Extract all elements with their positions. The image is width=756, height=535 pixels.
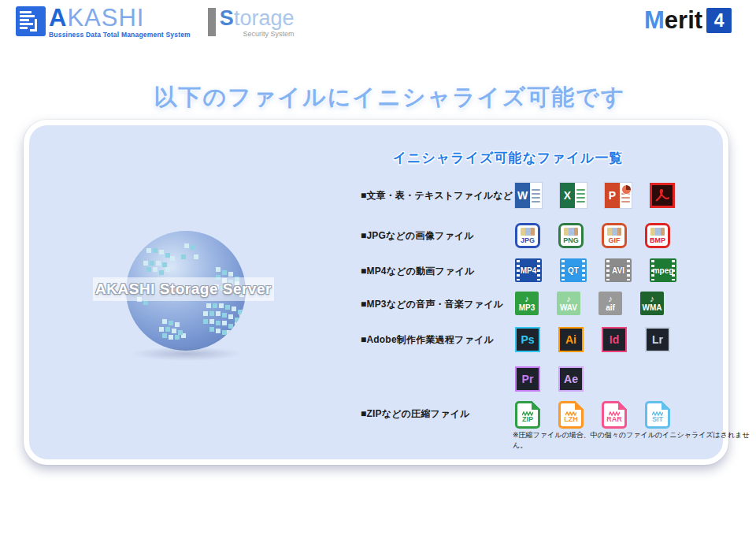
- file-row-label: ■文章・表・テキストファイルなど: [361, 183, 515, 209]
- storage-tagline: Security System: [220, 30, 295, 38]
- file-row-icons: ZIPLZHRARSIT: [515, 401, 670, 429]
- file-row: ■MP4などの動画ファイルMP4QTAVImpeg: [361, 258, 676, 284]
- file-row: ■Adobe制作作業過程ファイルPsAiIdLrPrAe: [361, 327, 677, 392]
- png-icon: PNG: [558, 223, 584, 248]
- wma-icon: ♪WMA: [640, 292, 664, 315]
- merit-rest: erit: [665, 6, 702, 35]
- mpeg-icon: mpeg: [650, 258, 676, 282]
- indesign-icon: Id: [602, 327, 627, 352]
- merit-number: 4: [706, 8, 732, 33]
- powerpoint-icon: P: [605, 183, 632, 208]
- file-row: ■MP3などの音声・音楽ファイル♪MP3♪WAV♪aif♪WMA: [361, 292, 664, 318]
- file-row-icons: MP4QTAVImpeg: [515, 258, 676, 282]
- globe-shadow: [131, 347, 243, 361]
- powerpoint-pie-glyph: [622, 185, 631, 194]
- aif-icon: ♪aif: [598, 292, 622, 315]
- page-title: 以下のファイルにイニシャライズ可能です: [12, 82, 756, 113]
- word-icon: W: [515, 183, 542, 208]
- gif-icon: GIF: [602, 223, 627, 248]
- music-note-icon: ♪: [650, 295, 654, 303]
- file-row-icons: JPGPNGGIFBMP: [515, 223, 670, 248]
- file-row-label: ■ZIPなどの圧縮ファイル: [361, 401, 515, 427]
- premiere-icon: Pr: [515, 366, 540, 392]
- mp4-icon: MP4: [515, 258, 542, 282]
- page: AKASHI Bussiness Data Total Management S…: [0, 0, 756, 535]
- music-note-icon: ♪: [524, 295, 529, 303]
- akashi-logo-icon: [16, 6, 46, 39]
- akashi-brand: AKASHI: [49, 6, 191, 30]
- file-row: ■JPGなどの画像ファイルJPGPNGGIFBMP: [361, 223, 670, 249]
- server-banner: AKASHI Storage Server: [93, 277, 274, 301]
- gif-thumbnail-glyph: [607, 228, 621, 236]
- qt-icon: QT: [560, 258, 587, 282]
- aftereffects-icon: Ae: [558, 366, 584, 392]
- lzh-fold-corner: [575, 401, 584, 410]
- wav-icon: ♪WAV: [557, 292, 580, 315]
- lightroom-icon: Lr: [645, 327, 670, 352]
- jpg-thumbnail-glyph: [521, 228, 535, 236]
- akashi-logo: AKASHI Bussiness Data Total Management S…: [16, 6, 191, 39]
- file-row-label: ■Adobe制作作業過程ファイル: [361, 327, 515, 353]
- file-row-label: ■JPGなどの画像ファイル: [361, 223, 515, 249]
- header-logos: AKASHI Bussiness Data Total Management S…: [16, 6, 294, 39]
- png-thumbnail-glyph: [564, 228, 578, 236]
- jpg-icon: JPG: [515, 223, 540, 248]
- storage-brand: Storage: [220, 8, 295, 28]
- sit-fold-corner: [662, 401, 670, 410]
- zip-fold-corner: [532, 401, 540, 410]
- file-row-icons: WXP: [515, 183, 675, 208]
- bmp-icon: BMP: [645, 223, 670, 248]
- illustrator-icon: Ai: [558, 327, 584, 352]
- file-list-title: イニシャライズ可能なファイル一覧: [378, 149, 638, 167]
- file-row: ■ZIPなどの圧縮ファイルZIPLZHRARSIT: [361, 401, 670, 429]
- mp3-icon: ♪MP3: [515, 292, 539, 315]
- akashi-tagline: Bussiness Data Total Management System: [49, 31, 191, 39]
- sit-icon: SIT: [645, 401, 670, 429]
- archive-note: ※圧縮ファイルの場合、中の個々のファイルのイニシャライズはされません。: [513, 430, 756, 451]
- avi-icon: AVI: [605, 258, 632, 282]
- music-note-icon: ♪: [566, 295, 571, 303]
- server-label: AKASHI Storage Server: [95, 281, 272, 298]
- excel-icon: X: [560, 183, 587, 208]
- merit-badge: Merit4: [644, 6, 732, 35]
- rar-icon: RAR: [602, 401, 627, 429]
- rar-fold-corner: [618, 401, 627, 410]
- file-row-label: ■MP3などの音声・音楽ファイル: [361, 292, 515, 318]
- storage-brand-initial: S: [220, 6, 234, 30]
- storage-logo-bar: [208, 8, 216, 36]
- akashi-brand-rest: KASHI: [67, 4, 144, 32]
- file-row-label: ■MP4などの動画ファイル: [361, 258, 515, 284]
- acrobat-pdf-icon: [650, 183, 675, 208]
- storage-brand-rest: torage: [234, 6, 295, 30]
- file-row-icons: ♪MP3♪WAV♪aif♪WMA: [515, 292, 664, 315]
- photoshop-icon: Ps: [515, 327, 540, 352]
- merit-initial: M: [644, 6, 665, 35]
- bmp-thumbnail-glyph: [650, 228, 665, 236]
- storage-logo: Storage Security System: [208, 8, 295, 38]
- file-row-icons: PsAiIdLrPrAe: [515, 327, 677, 392]
- lzh-icon: LZH: [558, 401, 584, 429]
- akashi-brand-initial: A: [49, 4, 67, 32]
- file-row: ■文章・表・テキストファイルなどWXP: [361, 183, 675, 209]
- music-note-icon: ♪: [608, 295, 613, 303]
- zip-icon: ZIP: [515, 401, 540, 429]
